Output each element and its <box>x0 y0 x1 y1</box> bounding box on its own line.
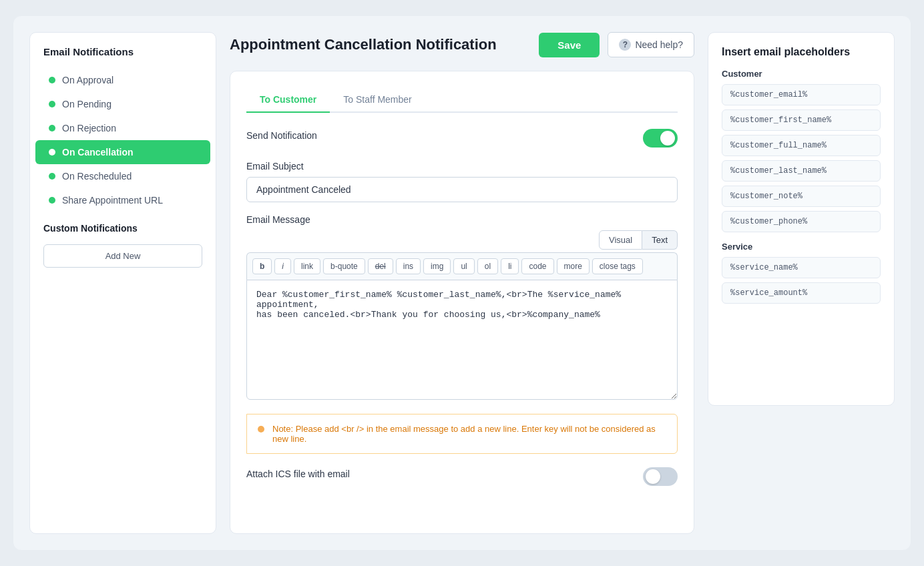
editor-close-tags-button[interactable]: close tags <box>592 258 643 274</box>
status-dot-on-pending <box>49 101 55 107</box>
page-title: Appointment Cancellation Notification <box>230 36 497 53</box>
sidebar-item-share-appointment-url[interactable]: Share Appointment URL <box>35 188 210 212</box>
sidebar-item-label-on-rescheduled: On Rescheduled <box>62 171 132 182</box>
email-subject-label: Email Subject <box>246 161 678 172</box>
placeholder-customer-phone[interactable]: %customer_phone% <box>722 211 881 232</box>
content-card: To Customer To Staff Member Send Notific… <box>230 71 694 534</box>
placeholder-card: Insert email placeholders Customer %cust… <box>708 32 895 406</box>
sidebar-item-on-cancellation[interactable]: On Cancellation <box>35 140 210 164</box>
send-notification-label: Send Notification <box>246 130 317 141</box>
note-box: Note: Please add <br /> in the email mes… <box>246 414 678 454</box>
editor-bquote-button[interactable]: b-quote <box>323 258 365 274</box>
email-message-textarea[interactable]: Dear %customer_first_name% %customer_las… <box>246 280 678 400</box>
status-dot-on-cancellation <box>49 149 55 156</box>
editor-ol-button[interactable]: ol <box>477 258 498 274</box>
note-text: Note: Please add <br /> in the email mes… <box>272 424 666 444</box>
email-message-field: Email Message Visual Text b i link b-quo… <box>246 214 678 402</box>
status-dot-share-appointment-url <box>49 197 55 204</box>
top-actions: Save ? Need help? <box>539 32 694 57</box>
placeholder-customer-email[interactable]: %customer_email% <box>722 84 881 105</box>
editor-more-button[interactable]: more <box>557 258 590 274</box>
editor-img-button[interactable]: img <box>423 258 451 274</box>
sidebar-item-label-share-appointment-url: Share Appointment URL <box>62 195 163 206</box>
sidebar-item-on-rescheduled[interactable]: On Rescheduled <box>35 164 210 188</box>
placeholder-customer-first-name[interactable]: %customer_first_name% <box>722 109 881 131</box>
editor-bold-button[interactable]: b <box>252 258 272 274</box>
editor-code-button[interactable]: code <box>521 258 553 274</box>
placeholder-panel-title: Insert email placeholders <box>722 46 881 58</box>
editor-ul-button[interactable]: ul <box>453 258 474 274</box>
send-notification-toggle[interactable] <box>643 129 678 148</box>
customer-section-label: Customer <box>722 69 881 79</box>
editor-toolbar: b i link b-quote del ins img ul ol li co… <box>246 252 678 280</box>
top-bar: Appointment Cancellation Notification Sa… <box>230 32 694 57</box>
status-dot-on-rejection <box>49 125 55 131</box>
sidebar: Email Notifications On Approval On Pendi… <box>29 32 216 534</box>
service-section-label: Service <box>722 242 881 252</box>
attach-ics-toggle[interactable] <box>643 467 678 486</box>
editor-link-button[interactable]: link <box>294 258 320 274</box>
text-view-button[interactable]: Text <box>642 230 678 250</box>
save-button[interactable]: Save <box>539 33 600 57</box>
visual-view-button[interactable]: Visual <box>599 230 642 250</box>
editor-del-button[interactable]: del <box>368 258 393 274</box>
note-dot-icon <box>258 426 264 433</box>
sidebar-title: Email Notifications <box>30 46 216 68</box>
tab-to-customer[interactable]: To Customer <box>246 87 330 113</box>
sidebar-item-label-on-rejection: On Rejection <box>62 123 116 133</box>
sidebar-item-label-on-pending: On Pending <box>62 99 111 109</box>
editor-ins-button[interactable]: ins <box>396 258 421 274</box>
placeholder-customer-note[interactable]: %customer_note% <box>722 186 881 207</box>
main-content: Appointment Cancellation Notification Sa… <box>230 32 694 534</box>
placeholder-service-amount[interactable]: %service_amount% <box>722 282 881 304</box>
status-dot-on-rescheduled <box>49 173 55 180</box>
custom-notifications-title: Custom Notifications <box>30 212 216 239</box>
placeholder-customer-last-name[interactable]: %customer_last_name% <box>722 160 881 182</box>
attach-ics-row: Attach ICS file with email <box>246 467 678 486</box>
attach-ics-label: Attach ICS file with email <box>246 469 350 479</box>
sidebar-item-on-approval[interactable]: On Approval <box>35 68 210 92</box>
sidebar-item-label-on-approval: On Approval <box>62 75 113 85</box>
tab-to-staff-member[interactable]: To Staff Member <box>330 87 425 113</box>
email-subject-input[interactable] <box>246 177 678 202</box>
email-subject-field: Email Subject <box>246 161 678 202</box>
right-panel: Insert email placeholders Customer %cust… <box>708 32 895 534</box>
placeholder-customer-full-name[interactable]: %customer_full_name% <box>722 135 881 156</box>
placeholder-service-name[interactable]: %service_name% <box>722 257 881 278</box>
help-label: Need help? <box>635 39 683 50</box>
editor-view-toggle: Visual Text <box>246 230 678 250</box>
sidebar-item-on-pending[interactable]: On Pending <box>35 92 210 116</box>
send-notification-row: Send Notification <box>246 129 678 148</box>
editor-li-button[interactable]: li <box>501 258 519 274</box>
need-help-button[interactable]: ? Need help? <box>608 32 694 57</box>
editor-italic-button[interactable]: i <box>274 258 291 274</box>
tab-bar: To Customer To Staff Member <box>246 87 678 113</box>
status-dot-on-approval <box>49 77 55 83</box>
sidebar-item-on-rejection[interactable]: On Rejection <box>35 116 210 140</box>
sidebar-item-label-on-cancellation: On Cancellation <box>62 147 134 158</box>
email-message-label: Email Message <box>246 214 678 225</box>
question-icon: ? <box>619 39 631 51</box>
add-new-button[interactable]: Add New <box>43 244 202 268</box>
